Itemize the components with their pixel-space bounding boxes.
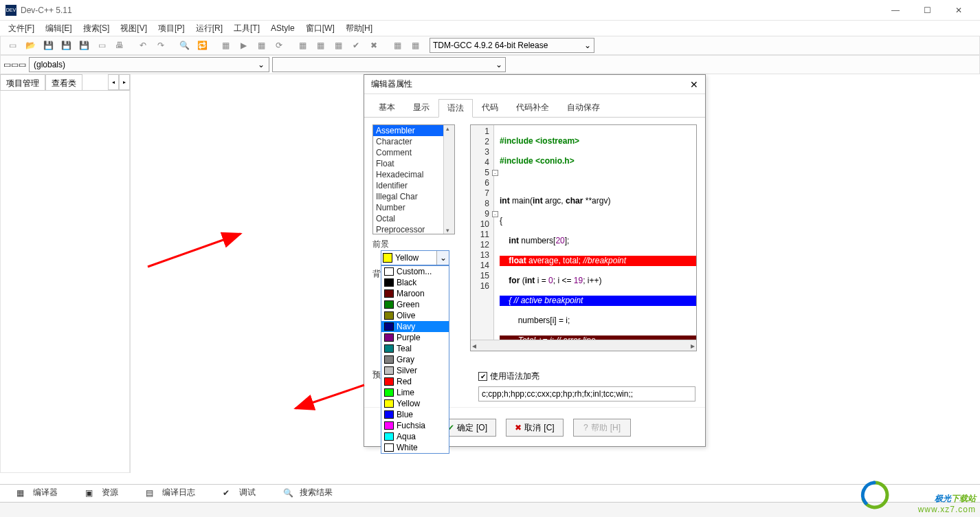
color-option-green[interactable]: Green	[381, 299, 449, 310]
tab-debug[interactable]: ✔调试	[209, 484, 269, 501]
tab-basic[interactable]: 基本	[370, 98, 404, 117]
menu-project[interactable]: 项目[P]	[153, 21, 190, 36]
color-option-teal[interactable]: Teal	[381, 343, 449, 354]
print-icon[interactable]: 🖶	[111, 37, 128, 54]
stop-icon[interactable]: ▦	[312, 37, 328, 54]
color-option-label: Fuchsia	[397, 421, 425, 430]
color-dropdown-list[interactable]: Custom...BlackMaroonGreenOliveNavyPurple…	[381, 265, 449, 454]
goto-bm-icon[interactable]: ▭	[19, 60, 26, 69]
list-item[interactable]: Octal	[373, 213, 454, 224]
profile-icon[interactable]: ▦	[330, 37, 346, 54]
tab-compiler[interactable]: ▦编译器	[3, 484, 71, 501]
dialog-close-icon[interactable]: ✕	[690, 79, 698, 90]
color-option-olive[interactable]: Olive	[381, 310, 449, 321]
list-item[interactable]: Number	[373, 202, 454, 213]
new-file-icon[interactable]: ▭	[4, 37, 21, 54]
debug-icon[interactable]: ▦	[294, 37, 311, 54]
check-icon[interactable]: ✔	[348, 37, 364, 54]
tab-autosave[interactable]: 自动保存	[558, 98, 609, 117]
menu-file[interactable]: 文件[F]	[3, 21, 40, 36]
color-option-aqua[interactable]: Aqua	[381, 431, 449, 442]
member-selector[interactable]: ⌄	[272, 57, 506, 72]
list-item[interactable]: Float	[373, 158, 454, 169]
maximize-button[interactable]: ☐	[911, 0, 943, 21]
color-option-purple[interactable]: Purple	[381, 332, 449, 343]
close-button[interactable]: ✕	[943, 0, 975, 21]
list-item[interactable]: Identifier	[373, 180, 454, 191]
run-icon[interactable]: ▶	[235, 37, 252, 54]
undo-icon[interactable]: ↶	[135, 37, 151, 54]
horizontal-scrollbar[interactable]: ◂▸	[471, 340, 696, 351]
menu-help[interactable]: 帮助[H]	[340, 21, 378, 36]
minimize-button[interactable]: —	[880, 0, 911, 21]
foreground-color-combo[interactable]: Yellow ⌄	[381, 250, 449, 265]
color-option-white[interactable]: White	[381, 442, 449, 453]
color-option-blue[interactable]: Blue	[381, 409, 449, 420]
list-item[interactable]: Character	[373, 136, 454, 147]
color-option-custom[interactable]: Custom...	[381, 266, 449, 277]
save-all-icon[interactable]: 💾	[58, 37, 74, 54]
close-file-icon[interactable]: ▭	[93, 37, 110, 54]
compile-icon[interactable]: ▦	[217, 37, 234, 54]
list-item[interactable]: Comment	[373, 147, 454, 158]
scrollbar[interactable]	[443, 125, 454, 234]
save-icon[interactable]: 💾	[40, 37, 56, 54]
menu-astyle[interactable]: AStyle	[265, 22, 300, 34]
menu-window[interactable]: 窗口[W]	[300, 21, 340, 36]
list-item[interactable]: Preprocessor	[373, 224, 454, 234]
color-option-silver[interactable]: Silver	[381, 365, 449, 376]
tab-class-view[interactable]: 查看类	[45, 74, 82, 90]
goto-icon[interactable]: ▦	[389, 37, 405, 54]
color-swatch-icon	[384, 300, 394, 309]
goto2-icon[interactable]: ▦	[407, 37, 423, 54]
cancel-button[interactable]: ✖ 取消[C]	[506, 419, 564, 437]
menu-run[interactable]: 运行[R]	[190, 21, 228, 36]
compiler-selector[interactable]: TDM-GCC 4.9.2 64-bit Release ⌄	[430, 38, 594, 53]
menu-tools[interactable]: 工具[T]	[228, 21, 265, 36]
tab-project[interactable]: 项目管理	[0, 74, 45, 90]
menu-view[interactable]: 视图[V]	[115, 21, 153, 36]
color-option-fuchsia[interactable]: Fuchsia	[381, 420, 449, 431]
tab-search-results[interactable]: 🔍搜索结果	[269, 484, 346, 501]
rebuild-icon[interactable]: ⟳	[271, 37, 287, 54]
tab-syntax[interactable]: 语法	[438, 99, 473, 118]
help-button[interactable]: ? 帮助[H]	[573, 419, 631, 437]
tab-display[interactable]: 显示	[404, 98, 438, 117]
find-icon[interactable]: 🔍	[176, 37, 192, 54]
tab-resource[interactable]: ▣资源	[71, 484, 132, 501]
color-option-navy[interactable]: Navy	[381, 321, 449, 332]
syntax-element-list[interactable]: Assembler Character Comment Float Hexade…	[372, 124, 455, 234]
compile-run-icon[interactable]: ▦	[253, 37, 269, 54]
main-toolbar: ▭ 📂 💾 💾 💾 ▭ 🖶 ↶ ↷ 🔍 🔁 ▦ ▶ ▦ ⟳ ▦ ▦ ▦ ✔ ✖ …	[0, 36, 980, 55]
color-option-yellow[interactable]: Yellow	[381, 398, 449, 409]
tab-compile-log[interactable]: ▤编译日志	[132, 484, 209, 501]
extensions-input[interactable]	[478, 386, 695, 402]
replace-icon[interactable]: 🔁	[194, 37, 210, 54]
use-syntax-highlight-checkbox[interactable]: ✔ 使用语法加亮	[478, 371, 697, 382]
tab-code[interactable]: 代码	[473, 98, 507, 117]
tab-completion[interactable]: 代码补全	[507, 98, 558, 117]
color-option-black[interactable]: Black	[381, 277, 449, 288]
save-as-icon[interactable]: 💾	[76, 37, 92, 54]
open-file-icon[interactable]: 📂	[22, 37, 38, 54]
tab-scroll-left[interactable]: ◂	[108, 74, 119, 90]
x-icon[interactable]: ✖	[366, 37, 382, 54]
foreground-label: 前景	[372, 239, 463, 250]
project-tree[interactable]	[0, 91, 130, 473]
color-option-maroon[interactable]: Maroon	[381, 288, 449, 299]
tab-scroll-right[interactable]: ▸	[119, 74, 130, 90]
color-option-lime[interactable]: Lime	[381, 387, 449, 398]
insert-icon[interactable]: ▭	[3, 60, 11, 69]
bookmark-icon[interactable]: ▭	[11, 60, 19, 69]
menu-edit[interactable]: 编辑[E]	[40, 21, 78, 36]
log-icon: ▤	[139, 488, 153, 498]
redo-icon[interactable]: ↷	[153, 37, 169, 54]
menu-search[interactable]: 搜索[S]	[78, 21, 115, 36]
color-option-gray[interactable]: Gray	[381, 354, 449, 365]
list-item[interactable]: Assembler	[373, 125, 454, 136]
color-option-red[interactable]: Red	[381, 376, 449, 387]
list-item[interactable]: Illegal Char	[373, 191, 454, 202]
chevron-down-icon[interactable]: ⌄	[436, 251, 449, 265]
list-item[interactable]: Hexadecimal	[373, 169, 454, 180]
globals-selector[interactable]: (globals) ⌄	[29, 57, 269, 72]
